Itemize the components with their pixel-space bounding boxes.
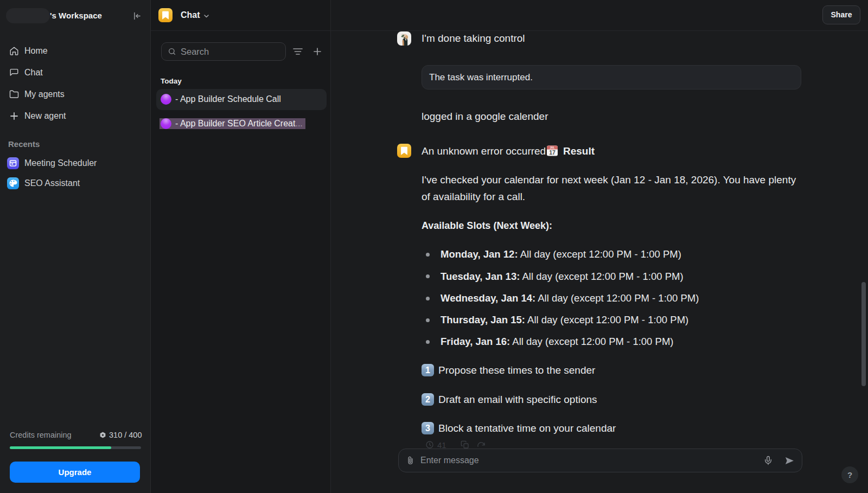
svg-text:17: 17: [549, 149, 556, 156]
svg-text:3: 3: [425, 423, 430, 433]
svg-text:1: 1: [425, 365, 430, 375]
svg-text:2: 2: [425, 394, 430, 404]
